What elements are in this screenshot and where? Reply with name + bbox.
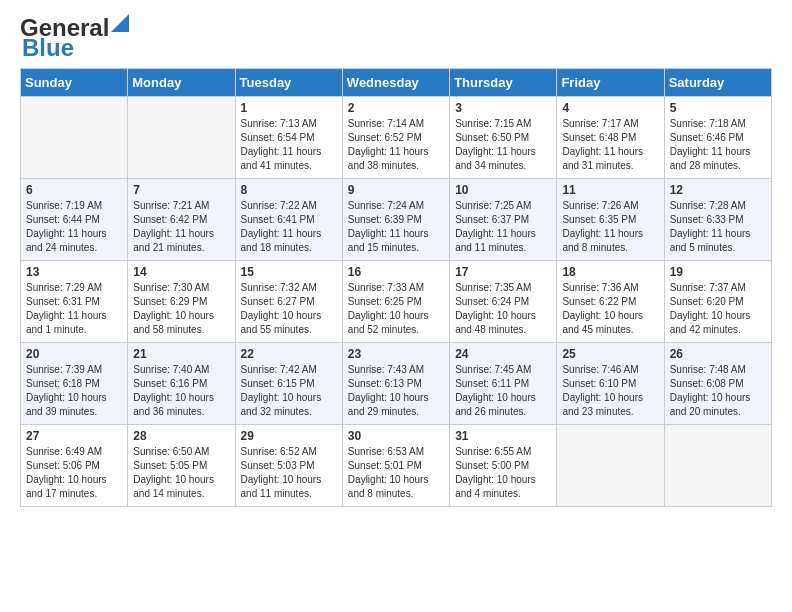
day-info: Sunrise: 7:30 AM Sunset: 6:29 PM Dayligh…	[133, 282, 214, 335]
day-info: Sunrise: 6:53 AM Sunset: 5:01 PM Dayligh…	[348, 446, 429, 499]
day-number: 29	[241, 429, 337, 443]
calendar-cell: 17 Sunrise: 7:35 AM Sunset: 6:24 PM Dayl…	[450, 261, 557, 343]
day-number: 19	[670, 265, 766, 279]
day-info: Sunrise: 7:22 AM Sunset: 6:41 PM Dayligh…	[241, 200, 322, 253]
day-info: Sunrise: 6:50 AM Sunset: 5:05 PM Dayligh…	[133, 446, 214, 499]
calendar-cell: 5 Sunrise: 7:18 AM Sunset: 6:46 PM Dayli…	[664, 97, 771, 179]
calendar-cell: 29 Sunrise: 6:52 AM Sunset: 5:03 PM Dayl…	[235, 425, 342, 507]
day-number: 7	[133, 183, 229, 197]
day-info: Sunrise: 7:21 AM Sunset: 6:42 PM Dayligh…	[133, 200, 214, 253]
calendar-cell	[664, 425, 771, 507]
day-info: Sunrise: 7:26 AM Sunset: 6:35 PM Dayligh…	[562, 200, 643, 253]
calendar-cell: 26 Sunrise: 7:48 AM Sunset: 6:08 PM Dayl…	[664, 343, 771, 425]
calendar-cell: 31 Sunrise: 6:55 AM Sunset: 5:00 PM Dayl…	[450, 425, 557, 507]
day-number: 3	[455, 101, 551, 115]
calendar-cell: 22 Sunrise: 7:42 AM Sunset: 6:15 PM Dayl…	[235, 343, 342, 425]
day-number: 17	[455, 265, 551, 279]
calendar-cell: 8 Sunrise: 7:22 AM Sunset: 6:41 PM Dayli…	[235, 179, 342, 261]
day-info: Sunrise: 7:37 AM Sunset: 6:20 PM Dayligh…	[670, 282, 751, 335]
day-info: Sunrise: 7:46 AM Sunset: 6:10 PM Dayligh…	[562, 364, 643, 417]
calendar-cell: 24 Sunrise: 7:45 AM Sunset: 6:11 PM Dayl…	[450, 343, 557, 425]
day-info: Sunrise: 7:15 AM Sunset: 6:50 PM Dayligh…	[455, 118, 536, 171]
calendar-header-row: SundayMondayTuesdayWednesdayThursdayFrid…	[21, 69, 772, 97]
calendar-cell: 23 Sunrise: 7:43 AM Sunset: 6:13 PM Dayl…	[342, 343, 449, 425]
day-info: Sunrise: 7:18 AM Sunset: 6:46 PM Dayligh…	[670, 118, 751, 171]
day-number: 26	[670, 347, 766, 361]
calendar-cell: 15 Sunrise: 7:32 AM Sunset: 6:27 PM Dayl…	[235, 261, 342, 343]
calendar-cell: 27 Sunrise: 6:49 AM Sunset: 5:06 PM Dayl…	[21, 425, 128, 507]
day-info: Sunrise: 7:25 AM Sunset: 6:37 PM Dayligh…	[455, 200, 536, 253]
calendar-cell	[128, 97, 235, 179]
logo-arrow-icon	[111, 14, 129, 32]
calendar-cell: 16 Sunrise: 7:33 AM Sunset: 6:25 PM Dayl…	[342, 261, 449, 343]
day-info: Sunrise: 7:33 AM Sunset: 6:25 PM Dayligh…	[348, 282, 429, 335]
calendar-cell: 19 Sunrise: 7:37 AM Sunset: 6:20 PM Dayl…	[664, 261, 771, 343]
calendar-cell: 1 Sunrise: 7:13 AM Sunset: 6:54 PM Dayli…	[235, 97, 342, 179]
day-number: 4	[562, 101, 658, 115]
calendar-cell: 3 Sunrise: 7:15 AM Sunset: 6:50 PM Dayli…	[450, 97, 557, 179]
calendar-cell: 14 Sunrise: 7:30 AM Sunset: 6:29 PM Dayl…	[128, 261, 235, 343]
day-info: Sunrise: 7:42 AM Sunset: 6:15 PM Dayligh…	[241, 364, 322, 417]
day-info: Sunrise: 6:55 AM Sunset: 5:00 PM Dayligh…	[455, 446, 536, 499]
day-info: Sunrise: 7:13 AM Sunset: 6:54 PM Dayligh…	[241, 118, 322, 171]
day-info: Sunrise: 7:28 AM Sunset: 6:33 PM Dayligh…	[670, 200, 751, 253]
day-info: Sunrise: 6:52 AM Sunset: 5:03 PM Dayligh…	[241, 446, 322, 499]
calendar-cell: 9 Sunrise: 7:24 AM Sunset: 6:39 PM Dayli…	[342, 179, 449, 261]
calendar-cell: 11 Sunrise: 7:26 AM Sunset: 6:35 PM Dayl…	[557, 179, 664, 261]
day-info: Sunrise: 7:24 AM Sunset: 6:39 PM Dayligh…	[348, 200, 429, 253]
day-info: Sunrise: 7:19 AM Sunset: 6:44 PM Dayligh…	[26, 200, 107, 253]
day-number: 21	[133, 347, 229, 361]
calendar-cell: 30 Sunrise: 6:53 AM Sunset: 5:01 PM Dayl…	[342, 425, 449, 507]
day-number: 16	[348, 265, 444, 279]
day-number: 12	[670, 183, 766, 197]
calendar-cell: 25 Sunrise: 7:46 AM Sunset: 6:10 PM Dayl…	[557, 343, 664, 425]
day-number: 10	[455, 183, 551, 197]
calendar-week-row: 6 Sunrise: 7:19 AM Sunset: 6:44 PM Dayli…	[21, 179, 772, 261]
day-number: 14	[133, 265, 229, 279]
day-number: 22	[241, 347, 337, 361]
calendar-table: SundayMondayTuesdayWednesdayThursdayFrid…	[20, 68, 772, 507]
logo-blue: Blue	[22, 34, 74, 61]
header-cell-tuesday: Tuesday	[235, 69, 342, 97]
day-info: Sunrise: 6:49 AM Sunset: 5:06 PM Dayligh…	[26, 446, 107, 499]
day-number: 27	[26, 429, 122, 443]
day-number: 8	[241, 183, 337, 197]
logo: General Blue	[20, 16, 129, 60]
page: General Blue SundayMondayTuesdayWednesda…	[0, 0, 792, 527]
header-cell-saturday: Saturday	[664, 69, 771, 97]
calendar-week-row: 20 Sunrise: 7:39 AM Sunset: 6:18 PM Dayl…	[21, 343, 772, 425]
calendar-cell: 6 Sunrise: 7:19 AM Sunset: 6:44 PM Dayli…	[21, 179, 128, 261]
day-number: 28	[133, 429, 229, 443]
calendar-cell: 18 Sunrise: 7:36 AM Sunset: 6:22 PM Dayl…	[557, 261, 664, 343]
header-cell-monday: Monday	[128, 69, 235, 97]
calendar-cell: 28 Sunrise: 6:50 AM Sunset: 5:05 PM Dayl…	[128, 425, 235, 507]
calendar-cell	[557, 425, 664, 507]
day-info: Sunrise: 7:14 AM Sunset: 6:52 PM Dayligh…	[348, 118, 429, 171]
day-number: 11	[562, 183, 658, 197]
day-number: 13	[26, 265, 122, 279]
day-info: Sunrise: 7:29 AM Sunset: 6:31 PM Dayligh…	[26, 282, 107, 335]
day-info: Sunrise: 7:43 AM Sunset: 6:13 PM Dayligh…	[348, 364, 429, 417]
day-number: 6	[26, 183, 122, 197]
day-number: 25	[562, 347, 658, 361]
day-info: Sunrise: 7:17 AM Sunset: 6:48 PM Dayligh…	[562, 118, 643, 171]
day-number: 31	[455, 429, 551, 443]
calendar-cell: 7 Sunrise: 7:21 AM Sunset: 6:42 PM Dayli…	[128, 179, 235, 261]
day-number: 30	[348, 429, 444, 443]
calendar-body: 1 Sunrise: 7:13 AM Sunset: 6:54 PM Dayli…	[21, 97, 772, 507]
day-info: Sunrise: 7:39 AM Sunset: 6:18 PM Dayligh…	[26, 364, 107, 417]
calendar-cell: 13 Sunrise: 7:29 AM Sunset: 6:31 PM Dayl…	[21, 261, 128, 343]
header-cell-sunday: Sunday	[21, 69, 128, 97]
header-cell-wednesday: Wednesday	[342, 69, 449, 97]
calendar-cell: 21 Sunrise: 7:40 AM Sunset: 6:16 PM Dayl…	[128, 343, 235, 425]
day-number: 18	[562, 265, 658, 279]
day-info: Sunrise: 7:45 AM Sunset: 6:11 PM Dayligh…	[455, 364, 536, 417]
header-cell-friday: Friday	[557, 69, 664, 97]
day-number: 24	[455, 347, 551, 361]
day-number: 15	[241, 265, 337, 279]
calendar-week-row: 13 Sunrise: 7:29 AM Sunset: 6:31 PM Dayl…	[21, 261, 772, 343]
calendar-week-row: 27 Sunrise: 6:49 AM Sunset: 5:06 PM Dayl…	[21, 425, 772, 507]
calendar-cell: 4 Sunrise: 7:17 AM Sunset: 6:48 PM Dayli…	[557, 97, 664, 179]
day-number: 9	[348, 183, 444, 197]
day-info: Sunrise: 7:36 AM Sunset: 6:22 PM Dayligh…	[562, 282, 643, 335]
